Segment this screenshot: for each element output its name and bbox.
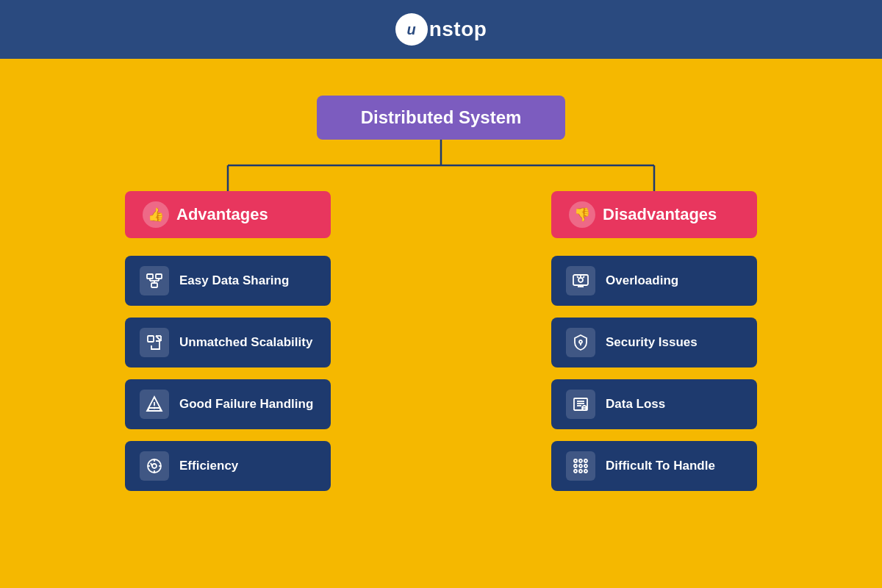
svg-rect-4 xyxy=(147,274,153,279)
overloading-label: Overloading xyxy=(606,273,678,288)
scalability-icon xyxy=(140,328,169,357)
failure-handling-label: Good Failure Handling xyxy=(179,397,313,412)
svg-point-46 xyxy=(579,465,582,467)
efficiency-label: Efficiency xyxy=(179,459,238,473)
header: u nstop xyxy=(0,0,882,59)
root-node: Distributed System xyxy=(317,96,566,140)
overloading-icon xyxy=(566,266,595,295)
svg-rect-5 xyxy=(156,274,162,279)
root-label: Distributed System xyxy=(361,107,522,127)
data-loss-label: Data Loss xyxy=(606,397,665,412)
svg-point-43 xyxy=(579,459,582,462)
feature-security-issues: Security Issues xyxy=(551,318,757,368)
easy-data-sharing-icon xyxy=(140,266,169,295)
feature-overloading: Overloading xyxy=(551,256,757,306)
svg-line-32 xyxy=(583,276,584,278)
data-loss-icon xyxy=(566,390,595,419)
scalability-label: Unmatched Scalability xyxy=(179,335,312,350)
svg-point-44 xyxy=(584,459,587,462)
easy-data-sharing-label: Easy Data Sharing xyxy=(179,273,289,288)
security-issues-icon xyxy=(566,328,595,357)
difficult-to-handle-label: Difficult To Handle xyxy=(606,459,715,473)
logo-circle: u xyxy=(395,13,428,46)
svg-point-45 xyxy=(574,465,577,467)
logo: u nstop xyxy=(395,13,487,46)
main-content: Distributed System 👍 Advantages xyxy=(0,59,882,588)
advantages-column: 👍 Advantages xyxy=(125,191,331,503)
svg-line-31 xyxy=(577,276,578,278)
feature-data-loss: Data Loss xyxy=(551,379,757,429)
feature-easy-data-sharing: Easy Data Sharing xyxy=(125,256,331,306)
svg-line-15 xyxy=(156,336,161,341)
svg-point-34 xyxy=(579,340,582,343)
disadvantages-header: 👎 Disadvantages xyxy=(551,191,757,238)
connector-area xyxy=(125,140,757,191)
svg-rect-6 xyxy=(151,283,157,287)
svg-point-30 xyxy=(578,278,583,282)
advantages-header: 👍 Advantages xyxy=(125,191,331,238)
disadvantages-label: Disadvantages xyxy=(603,205,717,224)
tree-wrapper: Distributed System 👍 Advantages xyxy=(0,96,882,503)
difficult-to-handle-icon xyxy=(566,451,595,481)
svg-rect-12 xyxy=(148,336,154,342)
failure-handling-icon xyxy=(140,390,169,419)
feature-failure-handling: Good Failure Handling xyxy=(125,379,331,429)
svg-rect-19 xyxy=(148,408,160,411)
svg-point-49 xyxy=(579,470,582,473)
efficiency-icon xyxy=(140,451,169,481)
disadvantages-column: 👎 Disadvantages xyxy=(551,191,757,503)
feature-efficiency: Efficiency xyxy=(125,441,331,491)
logo-u-letter: u xyxy=(407,21,416,38)
logo-text: nstop xyxy=(429,18,487,41)
svg-point-21 xyxy=(152,464,157,468)
svg-line-26 xyxy=(151,463,152,466)
connector-lines xyxy=(125,140,757,191)
svg-point-50 xyxy=(584,470,587,473)
feature-scalability: Unmatched Scalability xyxy=(125,318,331,368)
disadvantages-icon: 👎 xyxy=(569,201,595,228)
svg-point-47 xyxy=(584,465,587,467)
feature-difficult-to-handle: Difficult To Handle xyxy=(551,441,757,491)
security-issues-label: Security Issues xyxy=(606,335,698,350)
svg-point-42 xyxy=(574,459,577,462)
branch-row: 👍 Advantages xyxy=(125,191,757,503)
advantages-label: Advantages xyxy=(176,205,268,224)
advantages-icon: 👍 xyxy=(143,201,169,228)
svg-point-48 xyxy=(574,470,577,473)
